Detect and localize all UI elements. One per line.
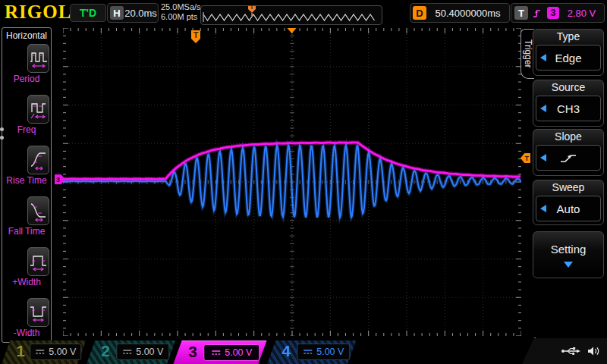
left-panel-title: Horizontal xyxy=(2,30,51,41)
channel-3-slot[interactable]: 3 5.00 V xyxy=(173,340,267,364)
left-arrow-icon xyxy=(540,54,546,61)
sample-rate: 25.0MSa/s xyxy=(161,2,201,12)
plus-width-icon xyxy=(30,250,48,273)
source-value-button[interactable]: CH3 xyxy=(536,96,601,121)
graticule: T xyxy=(63,28,521,336)
acquisition-info: 25.0MSa/s 6.00M pts xyxy=(161,2,201,22)
trigger-status-badge: T'D xyxy=(70,4,106,22)
menu-item-setting[interactable]: Setting xyxy=(533,231,604,278)
left-arrow-icon xyxy=(540,205,546,212)
t-chip: T xyxy=(514,6,528,20)
status-icon-tray xyxy=(522,338,607,364)
trigger-source-chip: 3 xyxy=(547,7,559,19)
channel-1-slot[interactable]: 1 5.00 V xyxy=(2,340,86,364)
plus-width-label: +Width xyxy=(2,277,51,287)
channel-4-scale: 5.00 V xyxy=(316,347,344,357)
slope-value-button[interactable] xyxy=(536,145,601,171)
channel-3-scale-box: 5.00 V xyxy=(203,344,259,361)
delay-group[interactable]: D 50.4000000ms xyxy=(410,3,510,23)
period-label: Period xyxy=(2,74,51,84)
left-arrow-icon xyxy=(540,105,546,112)
source-value: CH3 xyxy=(557,102,580,115)
source-label: Source xyxy=(533,80,603,95)
slope-label: Slope xyxy=(533,130,603,144)
setting-label: Setting xyxy=(533,243,603,256)
sweep-value-button[interactable]: Auto xyxy=(536,196,601,221)
trigger-level-marker[interactable]: T xyxy=(521,153,530,163)
menu-item-type[interactable]: Type Edge xyxy=(533,29,604,76)
rising-edge-icon xyxy=(532,8,543,19)
channel-2-number: 2 xyxy=(101,342,110,360)
fall-time-button[interactable] xyxy=(27,196,49,225)
rise-time-button[interactable] xyxy=(27,146,49,174)
dc-coupling-icon xyxy=(303,349,313,355)
channel-2-slot[interactable]: 2 5.00 V xyxy=(86,340,175,364)
speaker-icon xyxy=(587,346,599,356)
freq-icon xyxy=(30,98,48,121)
svg-text:T: T xyxy=(193,30,199,39)
channel-4-slot[interactable]: 4 5.00 V xyxy=(267,340,356,364)
menu-item-sweep[interactable]: Sweep Auto xyxy=(533,180,604,225)
usb-icon xyxy=(561,346,581,356)
menu-item-slope[interactable]: Slope xyxy=(533,129,604,176)
timebase-value: 20.0ms xyxy=(124,8,158,19)
sweep-label: Sweep xyxy=(533,180,603,195)
type-value: Edge xyxy=(555,52,581,64)
waveform-preview[interactable]: T xyxy=(200,5,382,25)
d-chip: D xyxy=(413,6,426,20)
trigger-info-group[interactable]: T 3 2.80 V xyxy=(511,3,605,23)
period-button[interactable] xyxy=(27,44,49,73)
memory-depth: 6.00M pts xyxy=(161,12,201,22)
preview-wave: T xyxy=(201,6,380,23)
channel-1-scale: 5.00 V xyxy=(49,347,76,357)
page-dot-1 xyxy=(0,127,4,131)
channel-3-number: 3 xyxy=(188,343,197,361)
dc-coupling-icon xyxy=(211,350,221,356)
h-chip: H xyxy=(110,6,124,20)
channel-1-number: 1 xyxy=(16,342,25,360)
page-dot-2 xyxy=(0,136,4,140)
channel-4-number: 4 xyxy=(281,342,291,360)
sweep-value: Auto xyxy=(557,202,580,215)
rigol-logo: RIGOL xyxy=(5,2,71,23)
channel-3-scale: 5.00 V xyxy=(225,347,252,358)
horizontal-timebase-group[interactable]: H 20.0ms xyxy=(107,3,159,23)
rise-time-icon xyxy=(30,149,48,171)
rising-edge-icon xyxy=(558,151,578,165)
freq-button[interactable] xyxy=(27,95,49,124)
minus-width-button[interactable] xyxy=(27,298,49,327)
plus-width-button[interactable] xyxy=(27,247,49,276)
menu-item-source[interactable]: Source CH3 xyxy=(533,80,604,127)
channel-2-scale-box: 5.00 V xyxy=(116,344,169,360)
dc-coupling-icon xyxy=(122,349,132,355)
channel-1-scale-box: 5.00 V xyxy=(30,344,81,360)
left-arrow-icon xyxy=(540,154,546,162)
oscilloscope-screen: RIGOL T'D H 20.0ms 25.0MSa/s 6.00M pts T… xyxy=(0,0,607,364)
fall-time-icon xyxy=(30,199,48,222)
chevron-down-icon xyxy=(564,262,573,268)
type-label: Type xyxy=(533,30,603,44)
delay-value: 50.4000000ms xyxy=(426,8,509,19)
period-icon xyxy=(30,47,48,70)
minus-width-icon xyxy=(30,301,48,324)
ch3-ground-marker-label: 3 xyxy=(56,176,60,184)
type-value-button[interactable]: Edge xyxy=(536,45,601,71)
freq-label: Freq xyxy=(2,124,51,135)
trigger-level-marker-label: T xyxy=(525,155,530,162)
channel-2-scale: 5.00 V xyxy=(136,347,163,357)
dc-coupling-icon xyxy=(35,349,45,355)
channel-4-scale-box: 5.00 V xyxy=(297,344,350,360)
fall-time-label: Fall Time xyxy=(2,226,51,237)
horizontal-measure-panel: Horizontal Period Freq xyxy=(2,27,52,343)
svg-text:T: T xyxy=(250,6,254,11)
rise-time-label: Rise Time xyxy=(2,175,51,186)
trigger-level-value: 2.80 V xyxy=(559,8,604,19)
minus-width-label: -Width xyxy=(2,328,51,338)
